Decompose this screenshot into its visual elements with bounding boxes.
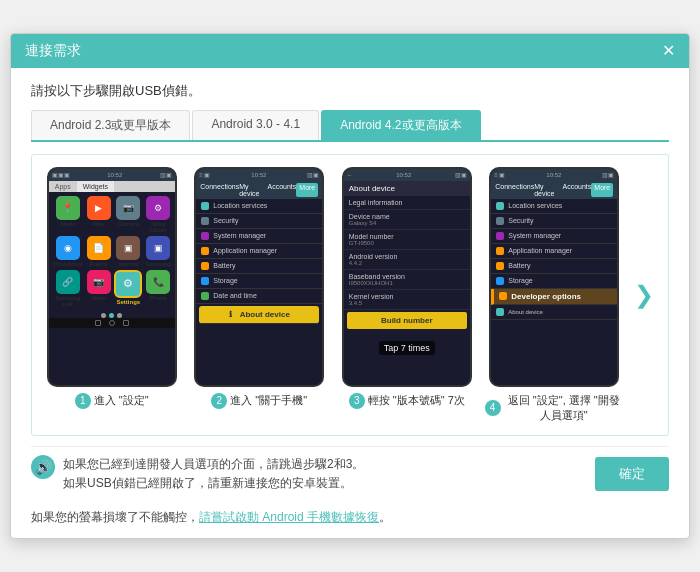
next-arrow[interactable]: ❯	[630, 281, 658, 309]
dialog-subtitle: 請按以下步驟開啟USB偵錯。	[31, 82, 669, 100]
about-device-highlight: ℹ About device	[199, 306, 319, 324]
close-button[interactable]: ✕	[662, 43, 675, 59]
step-1: ▣▣▣10:52▥▣ AppsWidgets 📍Maps ▶Play 📷Came…	[42, 167, 182, 423]
steps-container: ▣▣▣10:52▥▣ AppsWidgets 📍Maps ▶Play 📷Came…	[42, 167, 624, 423]
step3-label: 3 輕按 "版本號碼" 7次	[349, 393, 465, 409]
step-2: ≡ ▣10:52▥▣ ConnectionsMy deviceAccountsM…	[190, 167, 330, 423]
step3-phone: ←10:52▥▣ About device Legal information …	[342, 167, 472, 387]
step-4: ≡ ▣10:52▥▣ ConnectionsMy deviceAccountsM…	[485, 167, 625, 423]
dialog-body: 請按以下步驟開啟USB偵錯。 Android 2.3或更早版本 Android …	[11, 68, 689, 538]
confirm-button[interactable]: 確定	[595, 457, 669, 491]
footer-section: 如果您的螢幕損壞了不能觸控，請嘗試啟動 Android 手機數據恢復。	[31, 509, 669, 526]
step1-phone: ▣▣▣10:52▥▣ AppsWidgets 📍Maps ▶Play 📷Came…	[47, 167, 177, 387]
dialog-title: 連接需求	[25, 42, 81, 60]
steps-area: ▣▣▣10:52▥▣ AppsWidgets 📍Maps ▶Play 📷Came…	[31, 154, 669, 436]
step2-label: 2 進入 "關于手機"	[211, 393, 307, 409]
info-icon: 🔊	[31, 455, 55, 479]
info-text: 如果您已經到達開發人員選項的介面，請跳過步驟2和3。 如果USB偵錯已經開啟了，…	[63, 455, 587, 493]
build-number-highlight: Build number	[347, 312, 467, 329]
dialog-header: 連接需求 ✕	[11, 34, 689, 68]
tabs-bar: Android 2.3或更早版本 Android 3.0 - 4.1 Andro…	[31, 110, 669, 142]
step4-phone: ≡ ▣10:52▥▣ ConnectionsMy deviceAccountsM…	[489, 167, 619, 387]
step1-label: 1 進入 "設定"	[75, 393, 149, 409]
connection-dialog: 連接需求 ✕ 請按以下步驟開啟USB偵錯。 Android 2.3或更早版本 A…	[10, 33, 690, 539]
step-3: ←10:52▥▣ About device Legal information …	[337, 167, 477, 423]
tab-android-23[interactable]: Android 2.3或更早版本	[31, 110, 190, 140]
info-section: 🔊 如果您已經到達開發人員選項的介面，請跳過步驟2和3。 如果USB偵錯已經開啟…	[31, 446, 669, 501]
recover-link[interactable]: 請嘗試啟動 Android 手機數據恢復	[199, 510, 379, 524]
tab-android-30[interactable]: Android 3.0 - 4.1	[192, 110, 319, 140]
step4-label: 4 返回 "設定", 選擇 "開發人員選項"	[485, 393, 625, 423]
developer-options-label: Developer options	[511, 292, 581, 301]
step2-phone: ≡ ▣10:52▥▣ ConnectionsMy deviceAccountsM…	[194, 167, 324, 387]
tab-android-42[interactable]: Android 4.2或更高版本	[321, 110, 480, 140]
tap-overlay: Tap 7 times	[379, 341, 435, 355]
